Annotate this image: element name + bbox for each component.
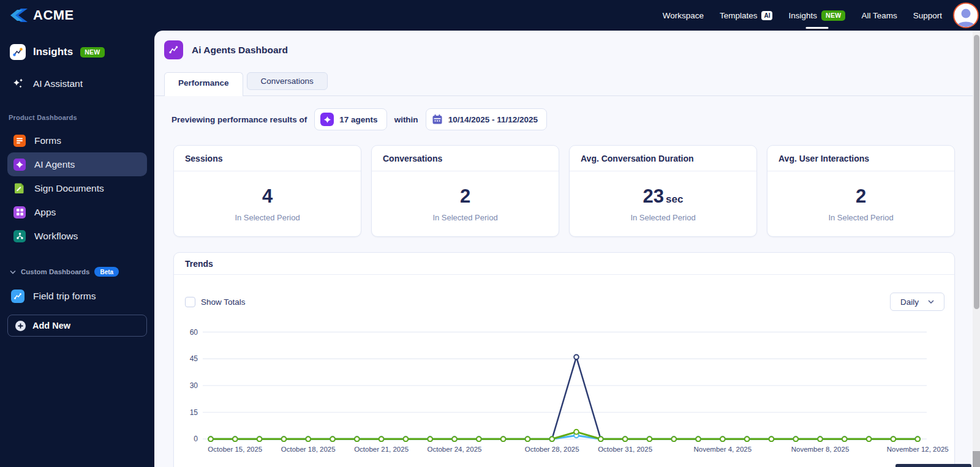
workflows-icon	[13, 230, 26, 242]
page-title: Ai Agents Dashboard	[192, 45, 288, 56]
sidebar-item-sign-documents[interactable]: Sign Documents	[7, 176, 147, 200]
ai-badge: AI	[761, 11, 772, 20]
brand-name: ACME	[33, 7, 74, 23]
nav-insights[interactable]: InsightsNEW	[788, 0, 845, 31]
date-range-button[interactable]: 10/14/2025 - 11/12/2025	[426, 108, 547, 130]
scrollbar-bottom-block	[973, 451, 980, 467]
person-icon	[955, 6, 977, 27]
nav-templates[interactable]: TemplatesAI	[720, 0, 773, 31]
dashboard-header: Ai Agents Dashboard	[154, 31, 980, 59]
sidebar-item-apps[interactable]: Apps	[7, 200, 147, 224]
stat-card-avg-duration: Avg. Conversation Duration 23secIn Selec…	[569, 145, 757, 237]
tab-conversations[interactable]: Conversations	[247, 72, 328, 90]
svg-text:October 24, 2025: October 24, 2025	[428, 446, 482, 453]
svg-text:15: 15	[190, 408, 198, 417]
sidebar-item-forms[interactable]: Forms	[7, 129, 147, 152]
stat-card-conversations: Conversations 2In Selected Period	[371, 145, 559, 237]
field-trip-forms-icon	[11, 290, 24, 303]
forms-icon	[13, 135, 26, 147]
sidebar-item-ai-agents[interactable]: AI Agents	[7, 152, 147, 176]
agent-star-icon	[320, 113, 334, 126]
granularity-select[interactable]: Daily	[890, 293, 944, 311]
svg-text:October 21, 2025: October 21, 2025	[354, 446, 409, 453]
stat-card-sessions: Sessions 4In Selected Period	[173, 145, 361, 237]
sidebar-insights-header[interactable]: Insights NEW	[7, 44, 147, 60]
ai-agents-icon	[13, 159, 26, 171]
tab-performance[interactable]: Performance	[164, 72, 243, 96]
add-new-button[interactable]: Add New	[7, 315, 147, 337]
trends-card: Trends Show Totals Daily 015304560Octobe…	[173, 252, 955, 467]
section-custom-dashboards[interactable]: Custom Dashboards Beta	[7, 267, 147, 277]
apps-icon	[13, 206, 26, 219]
plus-circle-icon	[15, 320, 26, 332]
trend-controls: Show Totals Daily	[174, 275, 954, 311]
show-totals: Show Totals	[185, 297, 246, 307]
show-totals-checkbox[interactable]	[185, 297, 195, 307]
acme-logo-icon	[10, 7, 28, 23]
sparkles-icon	[11, 77, 24, 91]
stat-card-avg-interactions: Avg. User Interactions 2In Selected Peri…	[767, 145, 955, 237]
svg-text:October 15, 2025: October 15, 2025	[208, 446, 262, 453]
brand[interactable]: ACME	[0, 7, 74, 23]
agents-filter-button[interactable]: 17 agents	[314, 108, 386, 130]
dashboard-icon	[164, 40, 183, 59]
beta-badge: Beta	[94, 267, 119, 277]
svg-text:October 28, 2025: October 28, 2025	[525, 446, 579, 453]
svg-text:November 4, 2025: November 4, 2025	[693, 446, 752, 453]
sidebar-item-ai-assistant[interactable]: AI Assistant	[7, 77, 147, 91]
nav-all-teams[interactable]: All Teams	[861, 0, 897, 31]
sidebar-item-field-trip-forms[interactable]: Field trip forms	[7, 284, 147, 308]
svg-text:November 8, 2025: November 8, 2025	[791, 446, 850, 453]
top-nav: Workspace TemplatesAI InsightsNEW All Te…	[663, 0, 980, 31]
stat-cards: Sessions 4In Selected Period Conversatio…	[173, 145, 955, 237]
new-badge: NEW	[821, 10, 845, 21]
sign-documents-icon	[13, 182, 26, 195]
chevron-down-icon	[928, 300, 934, 304]
svg-text:60: 60	[190, 328, 198, 337]
svg-text:October 31, 2025: October 31, 2025	[598, 446, 652, 453]
insights-icon	[10, 44, 26, 60]
trends-chart: 015304560October 15, 2025October 18, 202…	[174, 311, 954, 467]
within-text: within	[394, 115, 418, 124]
svg-text:30: 30	[190, 381, 198, 390]
sidebar: Insights NEW AI Assistant Product Dashbo…	[0, 31, 154, 467]
nav-workspace[interactable]: Workspace	[663, 0, 704, 31]
sidebar-item-workflows[interactable]: Workflows	[7, 224, 147, 248]
section-product-dashboards: Product Dashboards	[7, 114, 147, 121]
svg-text:October 18, 2025: October 18, 2025	[281, 446, 336, 453]
bottom-cutoff-element	[895, 464, 971, 467]
main-panel: Ai Agents Dashboard Performance Conversa…	[154, 31, 980, 467]
nav-support[interactable]: Support	[913, 0, 942, 31]
preview-text: Previewing performance results of	[172, 115, 307, 124]
svg-text:November 12, 2025: November 12, 2025	[887, 446, 949, 453]
tabs: Performance Conversations	[154, 72, 980, 96]
svg-text:45: 45	[190, 354, 198, 363]
sidebar-items: Forms AI Agents Sign Documents Apps Work…	[7, 129, 147, 248]
calendar-icon	[432, 114, 443, 125]
new-badge: NEW	[80, 47, 104, 58]
scrollbar-thumb[interactable]	[974, 35, 979, 309]
top-bar: ACME Workspace TemplatesAI InsightsNEW A…	[0, 0, 980, 31]
avatar[interactable]	[953, 2, 979, 28]
chevron-down-icon	[10, 270, 16, 274]
preview-row: Previewing performance results of 17 age…	[172, 108, 980, 130]
svg-text:0: 0	[194, 435, 198, 443]
